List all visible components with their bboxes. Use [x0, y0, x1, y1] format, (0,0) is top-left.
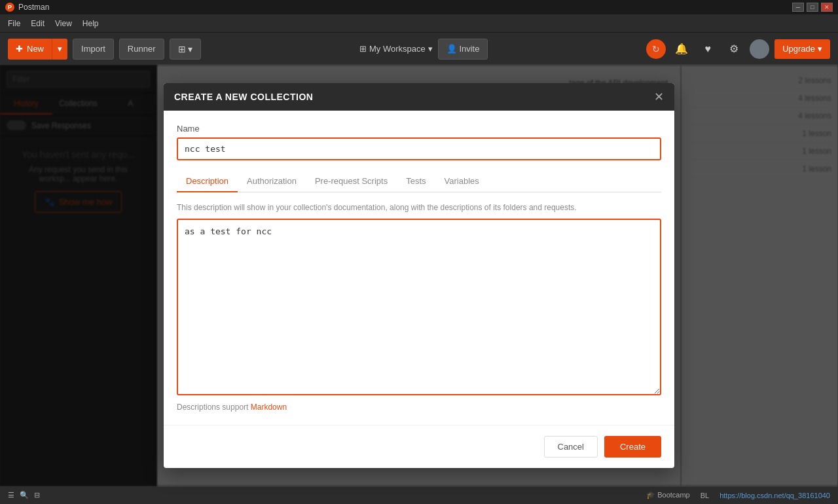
menu-help[interactable]: Help	[82, 19, 99, 28]
layout-icon[interactable]: ☰	[8, 491, 14, 499]
close-button[interactable]: ✕	[821, 3, 833, 12]
modal-tabs: Description Authorization Pre-request Sc…	[177, 171, 661, 192]
collection-name-input[interactable]	[177, 137, 661, 160]
name-label: Name	[177, 124, 661, 134]
toolbar: ✚ New ▾ Import Runner ⊞ ▾ ⊞ My Workspace…	[0, 33, 838, 65]
name-form-group: Name	[177, 124, 661, 160]
description-tab-content: This description will show in your colle…	[177, 203, 661, 412]
main-layout: History Collections A Save Responses You…	[0, 65, 838, 486]
upgrade-button[interactable]: Upgrade ▾	[774, 39, 830, 59]
markdown-info: Descriptions support Markdown	[177, 403, 661, 412]
console-icon[interactable]: ⊟	[34, 491, 40, 499]
app-icon: P	[5, 3, 14, 12]
bootcamp-label[interactable]: 🎓 Bootcamp	[646, 491, 690, 499]
heart-icon[interactable]: ♥	[697, 39, 718, 60]
tab-pre-request[interactable]: Pre-request Scripts	[306, 171, 397, 192]
menu-edit[interactable]: Edit	[31, 19, 45, 28]
invite-button[interactable]: 👤 Invite	[438, 39, 488, 60]
title-bar: P Postman ─ □ ✕	[0, 0, 838, 14]
tab-variables[interactable]: Variables	[435, 171, 488, 192]
csdn-link[interactable]: https://blog.csdn.net/qq_38161040	[720, 492, 830, 499]
import-button[interactable]: Import	[73, 39, 114, 60]
create-collection-modal: CREATE A NEW COLLECTION ✕ Name Descripti…	[164, 83, 674, 468]
description-textarea[interactable]: as a test for ncc	[177, 219, 661, 395]
app-title: Postman	[18, 3, 49, 12]
maximize-button[interactable]: □	[807, 3, 818, 12]
tab-description[interactable]: Description	[177, 171, 238, 192]
bl-label: BL	[701, 492, 709, 499]
modal-body: Name Description Authorization Pre-reque…	[164, 111, 674, 425]
layout-button[interactable]: ⊞ ▾	[170, 39, 202, 60]
markdown-link[interactable]: Markdown	[251, 403, 287, 412]
workspace-button[interactable]: ⊞ My Workspace ▾	[359, 44, 433, 54]
create-button[interactable]: Create	[604, 436, 661, 458]
modal-footer: Cancel Create	[164, 425, 674, 468]
minimize-button[interactable]: ─	[792, 3, 804, 12]
modal-header: CREATE A NEW COLLECTION ✕	[164, 83, 674, 111]
runner-button[interactable]: Runner	[119, 39, 164, 60]
search-icon[interactable]: 🔍	[20, 491, 29, 499]
sync-icon[interactable]: ↻	[646, 39, 666, 59]
description-info: This description will show in your colle…	[177, 203, 661, 212]
menu-file[interactable]: File	[8, 19, 20, 28]
menu-bar: File Edit View Help	[0, 14, 838, 33]
modal-title: CREATE A NEW COLLECTION	[174, 92, 313, 102]
new-button[interactable]: ✚ New ▾	[8, 39, 67, 60]
menu-view[interactable]: View	[55, 19, 72, 28]
tab-tests[interactable]: Tests	[397, 171, 435, 192]
tab-authorization[interactable]: Authorization	[238, 171, 306, 192]
avatar[interactable]	[750, 39, 769, 59]
cancel-button[interactable]: Cancel	[544, 436, 598, 458]
modal-close-button[interactable]: ✕	[654, 91, 664, 103]
notifications-icon[interactable]: 🔔	[671, 39, 692, 60]
status-bar: ☰ 🔍 ⊟ 🎓 Bootcamp BL https://blog.csdn.ne…	[0, 486, 838, 504]
settings-icon[interactable]: ⚙	[723, 39, 744, 60]
modal-overlay: CREATE A NEW COLLECTION ✕ Name Descripti…	[0, 65, 838, 486]
